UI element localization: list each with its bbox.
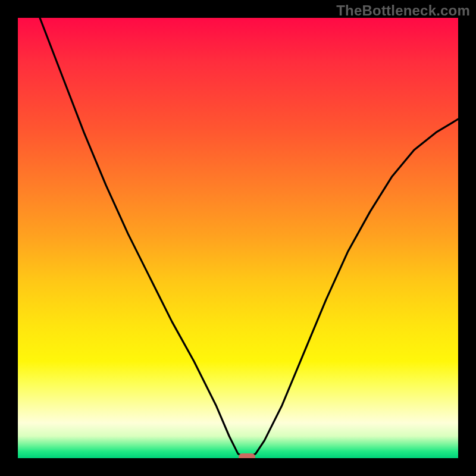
watermark-text: TheBottleneck.com — [336, 2, 470, 19]
chart-frame: TheBottleneck.com — [0, 0, 476, 476]
min-marker — [239, 453, 255, 458]
bottleneck-curve — [18, 18, 458, 458]
plot-area — [18, 18, 458, 458]
